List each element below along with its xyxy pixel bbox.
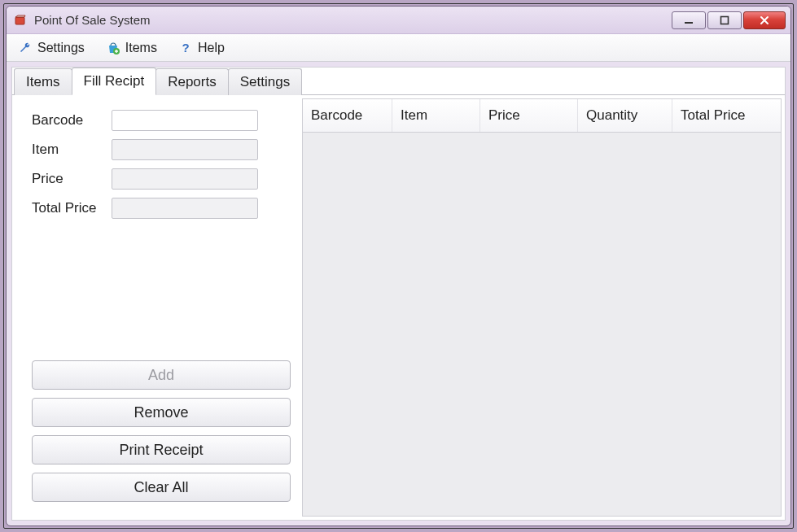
label-price: Price <box>32 171 112 187</box>
minimize-button[interactable] <box>672 11 706 29</box>
grid-header: Barcode Item Price Quantity Total Price <box>303 99 781 133</box>
close-button[interactable] <box>743 11 786 29</box>
menu-help-label: Help <box>198 41 225 55</box>
menu-items[interactable]: Items <box>103 39 160 57</box>
help-icon: ? <box>178 41 193 55</box>
label-item: Item <box>32 142 112 158</box>
price-input <box>112 168 258 190</box>
window-controls <box>672 11 786 29</box>
col-total-price[interactable]: Total Price <box>672 99 781 132</box>
label-barcode: Barcode <box>32 112 112 129</box>
app-icon <box>13 13 28 28</box>
tab-items[interactable]: Items <box>14 68 72 95</box>
col-barcode[interactable]: Barcode <box>303 99 392 132</box>
menu-settings-label: Settings <box>37 41 85 55</box>
bag-add-icon <box>106 41 120 55</box>
window-title: Point Of Sale System <box>34 13 672 27</box>
app-window: Point Of Sale System Settings <box>6 6 791 526</box>
barcode-input[interactable] <box>112 110 258 131</box>
action-buttons: Add Remove Print Receipt Clear All <box>32 360 291 502</box>
add-button[interactable]: Add <box>32 360 291 390</box>
grid-panel: Barcode Item Price Quantity Total Price <box>302 98 782 517</box>
tab-fill-recipt[interactable]: Fill Recipt <box>72 68 157 95</box>
svg-rect-0 <box>15 17 24 24</box>
form-panel: Barcode Item Price Total Price Ad <box>12 95 302 520</box>
clear-all-button[interactable]: Clear All <box>32 473 291 502</box>
maximize-button[interactable] <box>707 11 742 29</box>
titlebar[interactable]: Point Of Sale System <box>7 7 790 34</box>
tabstrip: Items Fill Recipt Reports Settings <box>12 68 785 95</box>
menu-settings[interactable]: Settings <box>15 39 88 57</box>
item-input <box>112 139 258 160</box>
label-total-price: Total Price <box>32 200 112 216</box>
grid-body[interactable] <box>303 133 781 516</box>
total-price-input <box>112 198 258 219</box>
wrench-icon <box>18 41 33 55</box>
tab-reports[interactable]: Reports <box>155 68 229 95</box>
client-area: Items Fill Recipt Reports Settings Barco… <box>11 67 786 521</box>
svg-text:?: ? <box>182 41 189 55</box>
svg-rect-1 <box>685 22 693 24</box>
remove-button[interactable]: Remove <box>32 398 291 427</box>
col-price[interactable]: Price <box>480 99 578 132</box>
menubar: Settings Items ? Help <box>7 34 790 62</box>
print-receipt-button[interactable]: Print Receipt <box>32 435 291 464</box>
menu-items-label: Items <box>125 41 157 55</box>
col-quantity[interactable]: Quantity <box>578 99 672 132</box>
tab-body: Barcode Item Price Total Price Ad <box>12 95 785 520</box>
col-item[interactable]: Item <box>392 99 480 132</box>
svg-rect-2 <box>721 16 729 24</box>
tab-settings[interactable]: Settings <box>228 68 302 95</box>
menu-help[interactable]: ? Help <box>175 39 228 57</box>
